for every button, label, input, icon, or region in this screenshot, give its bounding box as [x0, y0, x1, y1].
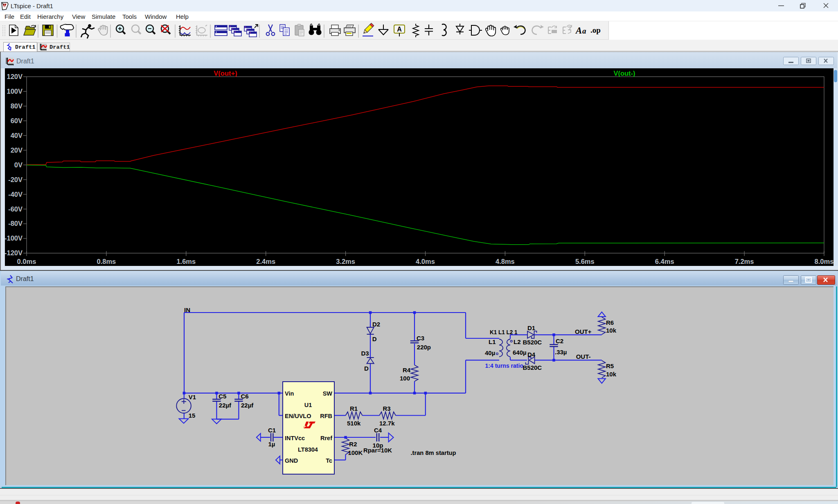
svg-text:120V: 120V	[7, 73, 23, 80]
svg-text:20V: 20V	[11, 146, 23, 154]
svg-text:3.2ms: 3.2ms	[336, 258, 355, 265]
svg-text:L2: L2	[514, 338, 521, 345]
svg-text:A: A	[575, 25, 582, 36]
svg-text:40µ: 40µ	[485, 349, 495, 356]
svg-text:V1: V1	[189, 394, 196, 400]
svg-text:0.0ms: 0.0ms	[17, 258, 36, 265]
svg-text:6.4ms: 6.4ms	[655, 258, 674, 265]
svg-text:R4: R4	[403, 367, 411, 374]
svg-text:4.0ms: 4.0ms	[416, 258, 435, 265]
svg-text:C2: C2	[556, 338, 563, 344]
svg-text:.op: .op	[590, 26, 601, 34]
svg-text:12.7k: 12.7k	[379, 420, 395, 427]
svg-text:EN/UVLO: EN/UVLO	[285, 413, 311, 419]
svg-text:Rpar=10K: Rpar=10K	[363, 447, 392, 454]
svg-text:1:4 turns ratio: 1:4 turns ratio	[485, 362, 524, 369]
svg-text:A: A	[397, 26, 402, 33]
svg-text:GND: GND	[285, 457, 298, 464]
svg-text:510k: 510k	[347, 420, 361, 427]
svg-text:RFB: RFB	[320, 413, 332, 419]
svg-text:U1: U1	[304, 402, 312, 408]
svg-text:LT8304: LT8304	[298, 446, 318, 453]
svg-text:10k: 10k	[606, 371, 617, 378]
svg-text:Tc: Tc	[326, 457, 332, 464]
svg-text:22µf: 22µf	[219, 402, 232, 409]
svg-text:INTVcc: INTVcc	[285, 435, 305, 441]
svg-text:C4: C4	[374, 427, 382, 434]
svg-text:R3: R3	[383, 405, 390, 412]
svg-text:10k: 10k	[606, 327, 617, 334]
svg-text:-100V: -100V	[5, 234, 23, 242]
svg-text:5.6ms: 5.6ms	[575, 258, 595, 265]
svg-text:V(out-): V(out-)	[613, 70, 635, 77]
svg-text:V(out+): V(out+)	[214, 70, 237, 77]
svg-text:R6: R6	[606, 319, 614, 326]
svg-text:-60V: -60V	[8, 205, 23, 213]
svg-text:IN: IN	[184, 306, 190, 313]
svg-text:Rref: Rref	[320, 435, 332, 441]
svg-text:D: D	[364, 365, 369, 372]
svg-text:4.8ms: 4.8ms	[496, 258, 515, 265]
svg-text:OUT-: OUT-	[576, 353, 591, 360]
svg-text:220p: 220p	[417, 344, 431, 351]
svg-text:D1: D1	[527, 324, 535, 331]
svg-text:100K: 100K	[348, 449, 363, 456]
svg-text:2.4ms: 2.4ms	[256, 258, 275, 265]
svg-text:B520C: B520C	[523, 364, 542, 371]
svg-text:R1: R1	[350, 405, 358, 412]
svg-text:100: 100	[400, 375, 410, 382]
svg-text:8.0ms: 8.0ms	[815, 258, 833, 265]
svg-text:-40V: -40V	[8, 191, 23, 198]
svg-text:100V: 100V	[7, 88, 23, 95]
svg-text:-20V: -20V	[8, 176, 23, 183]
svg-text:R5: R5	[606, 362, 614, 369]
svg-text:.tran 8m startup: .tran 8m startup	[411, 449, 456, 456]
svg-text:22µf: 22µf	[241, 402, 254, 409]
svg-text:K1 L1 L2 1: K1 L1 L2 1	[490, 328, 518, 335]
svg-text:80V: 80V	[11, 102, 23, 110]
svg-text:0V: 0V	[14, 161, 23, 169]
svg-text:OUT+: OUT+	[575, 328, 592, 335]
svg-text:-80V: -80V	[8, 220, 23, 227]
svg-text:D: D	[372, 335, 377, 342]
svg-text:1.6ms: 1.6ms	[176, 258, 196, 265]
svg-text:.33µ: .33µ	[555, 349, 567, 356]
svg-text:640µ: 640µ	[513, 349, 527, 356]
svg-text:C5: C5	[219, 393, 226, 400]
svg-text:1µ: 1µ	[268, 441, 275, 448]
svg-text:D3: D3	[361, 350, 369, 357]
svg-text:a: a	[582, 27, 586, 35]
svg-text:-120V: -120V	[5, 249, 23, 256]
svg-text:60V: 60V	[11, 117, 23, 124]
svg-text:15: 15	[189, 412, 196, 419]
svg-text:D4: D4	[527, 351, 536, 358]
svg-text:C6: C6	[241, 393, 249, 400]
svg-text:SW: SW	[323, 390, 333, 397]
svg-text:C3: C3	[417, 335, 424, 342]
svg-text:D2: D2	[372, 321, 380, 328]
svg-text:R2: R2	[349, 441, 357, 448]
svg-text:Vin: Vin	[285, 390, 294, 397]
svg-text:B520C: B520C	[523, 339, 542, 346]
svg-text:L1: L1	[489, 338, 496, 345]
svg-text:0.8ms: 0.8ms	[97, 258, 116, 265]
svg-text:C1: C1	[268, 427, 276, 434]
svg-text:7.2ms: 7.2ms	[735, 258, 754, 265]
svg-text:40V: 40V	[11, 132, 23, 139]
